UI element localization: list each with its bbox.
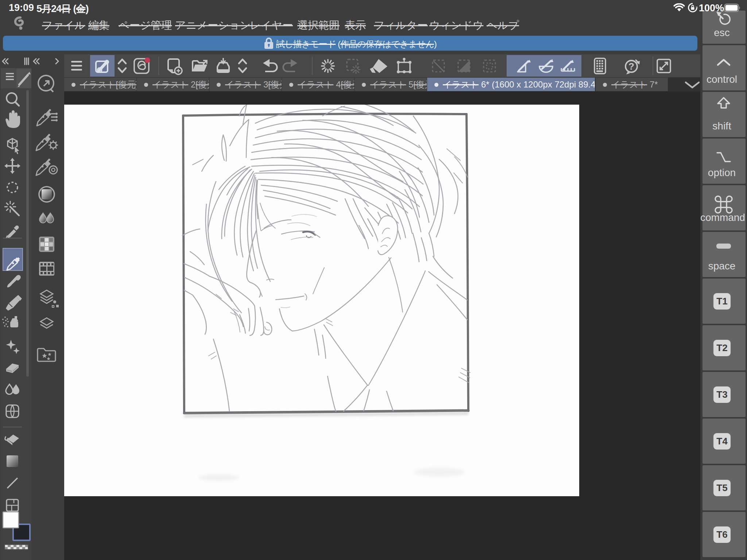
- svg-text:?: ?: [628, 61, 634, 72]
